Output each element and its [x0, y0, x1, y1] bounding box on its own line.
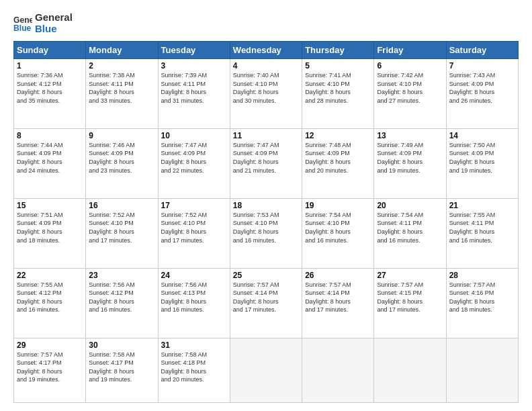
calendar-week-row: 15Sunrise: 7:51 AM Sunset: 4:09 PM Dayli…: [14, 198, 519, 268]
calendar-day-cell: 10Sunrise: 7:47 AM Sunset: 4:09 PM Dayli…: [158, 128, 230, 198]
day-number: 20: [377, 201, 443, 210]
calendar-day-cell: 7Sunrise: 7:43 AM Sunset: 4:09 PM Daylig…: [446, 59, 518, 129]
day-info: Sunrise: 7:41 AM Sunset: 4:10 PM Dayligh…: [305, 71, 371, 105]
calendar-day-cell: 13Sunrise: 7:49 AM Sunset: 4:09 PM Dayli…: [374, 128, 446, 198]
day-info: Sunrise: 7:55 AM Sunset: 4:12 PM Dayligh…: [17, 281, 83, 314]
calendar-week-row: 29Sunrise: 7:57 AM Sunset: 4:17 PM Dayli…: [14, 338, 519, 402]
day-info: Sunrise: 7:55 AM Sunset: 4:11 PM Dayligh…: [449, 211, 515, 244]
day-info: Sunrise: 7:58 AM Sunset: 4:17 PM Dayligh…: [89, 351, 154, 384]
logo-icon: General Blue: [13, 14, 32, 33]
day-info: Sunrise: 7:57 AM Sunset: 4:17 PM Dayligh…: [17, 351, 83, 384]
calendar-day-cell: 23Sunrise: 7:56 AM Sunset: 4:12 PM Dayli…: [86, 268, 158, 338]
page: General Blue General Blue Sunday Monday …: [0, 0, 532, 411]
day-info: Sunrise: 7:54 AM Sunset: 4:10 PM Dayligh…: [305, 211, 371, 244]
header-monday: Monday: [86, 42, 158, 59]
calendar-day-cell: [446, 338, 518, 402]
day-info: Sunrise: 7:51 AM Sunset: 4:09 PM Dayligh…: [17, 211, 83, 244]
calendar-day-cell: 14Sunrise: 7:50 AM Sunset: 4:09 PM Dayli…: [446, 128, 518, 198]
day-info: Sunrise: 7:57 AM Sunset: 4:16 PM Dayligh…: [449, 281, 515, 314]
calendar-day-cell: [374, 338, 446, 402]
day-info: Sunrise: 7:57 AM Sunset: 4:15 PM Dayligh…: [377, 281, 443, 314]
day-info: Sunrise: 7:56 AM Sunset: 4:13 PM Dayligh…: [161, 281, 227, 314]
header-friday: Friday: [374, 42, 446, 59]
day-number: 17: [161, 201, 227, 210]
day-number: 8: [17, 131, 83, 140]
day-info: Sunrise: 7:47 AM Sunset: 4:09 PM Dayligh…: [161, 141, 227, 175]
calendar-day-cell: 25Sunrise: 7:57 AM Sunset: 4:14 PM Dayli…: [230, 268, 302, 338]
day-info: Sunrise: 7:43 AM Sunset: 4:09 PM Dayligh…: [449, 71, 515, 105]
calendar-day-cell: 8Sunrise: 7:44 AM Sunset: 4:09 PM Daylig…: [14, 128, 86, 198]
calendar-day-cell: 28Sunrise: 7:57 AM Sunset: 4:16 PM Dayli…: [446, 268, 518, 338]
day-number: 13: [377, 131, 443, 140]
day-info: Sunrise: 7:57 AM Sunset: 4:14 PM Dayligh…: [233, 281, 299, 314]
day-number: 5: [305, 61, 371, 71]
day-number: 29: [17, 340, 83, 350]
calendar-day-cell: 1Sunrise: 7:36 AM Sunset: 4:12 PM Daylig…: [14, 59, 86, 129]
day-info: Sunrise: 7:52 AM Sunset: 4:10 PM Dayligh…: [161, 211, 227, 244]
day-info: Sunrise: 7:38 AM Sunset: 4:11 PM Dayligh…: [89, 71, 154, 105]
calendar-day-cell: 15Sunrise: 7:51 AM Sunset: 4:09 PM Dayli…: [14, 198, 86, 268]
calendar-day-cell: 21Sunrise: 7:55 AM Sunset: 4:11 PM Dayli…: [446, 198, 518, 268]
day-info: Sunrise: 7:48 AM Sunset: 4:09 PM Dayligh…: [305, 141, 371, 175]
day-info: Sunrise: 7:58 AM Sunset: 4:18 PM Dayligh…: [161, 351, 227, 384]
day-info: Sunrise: 7:54 AM Sunset: 4:11 PM Dayligh…: [377, 211, 443, 244]
day-info: Sunrise: 7:56 AM Sunset: 4:12 PM Dayligh…: [89, 281, 154, 314]
day-number: 26: [305, 271, 371, 280]
calendar-day-cell: 5Sunrise: 7:41 AM Sunset: 4:10 PM Daylig…: [302, 59, 374, 129]
header-tuesday: Tuesday: [158, 42, 230, 59]
calendar-day-cell: [230, 338, 302, 402]
calendar-day-cell: 6Sunrise: 7:42 AM Sunset: 4:10 PM Daylig…: [374, 59, 446, 129]
calendar-day-cell: 29Sunrise: 7:57 AM Sunset: 4:17 PM Dayli…: [14, 338, 86, 402]
calendar-day-cell: 11Sunrise: 7:47 AM Sunset: 4:09 PM Dayli…: [230, 128, 302, 198]
logo: General Blue General Blue: [13, 12, 73, 34]
day-number: 22: [17, 271, 83, 280]
day-number: 12: [305, 131, 371, 140]
day-number: 1: [17, 61, 83, 71]
day-info: Sunrise: 7:36 AM Sunset: 4:12 PM Dayligh…: [17, 71, 83, 105]
day-number: 30: [89, 340, 154, 350]
calendar-day-cell: 20Sunrise: 7:54 AM Sunset: 4:11 PM Dayli…: [374, 198, 446, 268]
calendar-week-row: 8Sunrise: 7:44 AM Sunset: 4:09 PM Daylig…: [14, 128, 519, 198]
day-number: 24: [161, 271, 227, 280]
calendar-day-cell: 16Sunrise: 7:52 AM Sunset: 4:10 PM Dayli…: [86, 198, 158, 268]
calendar-day-cell: 31Sunrise: 7:58 AM Sunset: 4:18 PM Dayli…: [158, 338, 230, 402]
day-number: 7: [449, 61, 515, 71]
calendar-day-cell: 27Sunrise: 7:57 AM Sunset: 4:15 PM Dayli…: [374, 268, 446, 338]
day-info: Sunrise: 7:53 AM Sunset: 4:10 PM Dayligh…: [233, 211, 299, 244]
day-info: Sunrise: 7:50 AM Sunset: 4:09 PM Dayligh…: [449, 141, 515, 175]
day-info: Sunrise: 7:39 AM Sunset: 4:11 PM Dayligh…: [161, 71, 227, 105]
calendar-table: Sunday Monday Tuesday Wednesday Thursday…: [13, 41, 519, 403]
day-number: 16: [89, 201, 154, 210]
day-number: 19: [305, 201, 371, 210]
logo-text-blue: Blue: [35, 24, 57, 35]
svg-text:Blue: Blue: [13, 24, 32, 33]
calendar-day-cell: 17Sunrise: 7:52 AM Sunset: 4:10 PM Dayli…: [158, 198, 230, 268]
day-info: Sunrise: 7:40 AM Sunset: 4:10 PM Dayligh…: [233, 71, 299, 105]
header-saturday: Saturday: [446, 42, 518, 59]
day-number: 31: [161, 340, 227, 350]
calendar-day-cell: 24Sunrise: 7:56 AM Sunset: 4:13 PM Dayli…: [158, 268, 230, 338]
calendar-day-cell: 12Sunrise: 7:48 AM Sunset: 4:09 PM Dayli…: [302, 128, 374, 198]
day-number: 25: [233, 271, 299, 280]
day-info: Sunrise: 7:42 AM Sunset: 4:10 PM Dayligh…: [377, 71, 443, 105]
header-sunday: Sunday: [14, 42, 86, 59]
day-number: 4: [233, 61, 299, 71]
day-number: 2: [89, 61, 154, 71]
header-wednesday: Wednesday: [230, 42, 302, 59]
calendar-week-row: 1Sunrise: 7:36 AM Sunset: 4:12 PM Daylig…: [14, 59, 519, 129]
header-thursday: Thursday: [302, 42, 374, 59]
day-info: Sunrise: 7:44 AM Sunset: 4:09 PM Dayligh…: [17, 141, 83, 175]
day-number: 10: [161, 131, 227, 140]
day-info: Sunrise: 7:47 AM Sunset: 4:09 PM Dayligh…: [233, 141, 299, 175]
day-number: 14: [449, 131, 515, 140]
day-info: Sunrise: 7:46 AM Sunset: 4:09 PM Dayligh…: [89, 141, 154, 175]
day-info: Sunrise: 7:52 AM Sunset: 4:10 PM Dayligh…: [89, 211, 154, 244]
day-number: 21: [449, 201, 515, 210]
day-info: Sunrise: 7:57 AM Sunset: 4:14 PM Dayligh…: [305, 281, 371, 314]
calendar-day-cell: 22Sunrise: 7:55 AM Sunset: 4:12 PM Dayli…: [14, 268, 86, 338]
calendar-day-cell: [302, 338, 374, 402]
day-number: 23: [89, 271, 154, 280]
day-info: Sunrise: 7:49 AM Sunset: 4:09 PM Dayligh…: [377, 141, 443, 175]
calendar-day-cell: 26Sunrise: 7:57 AM Sunset: 4:14 PM Dayli…: [302, 268, 374, 338]
day-number: 18: [233, 201, 299, 210]
